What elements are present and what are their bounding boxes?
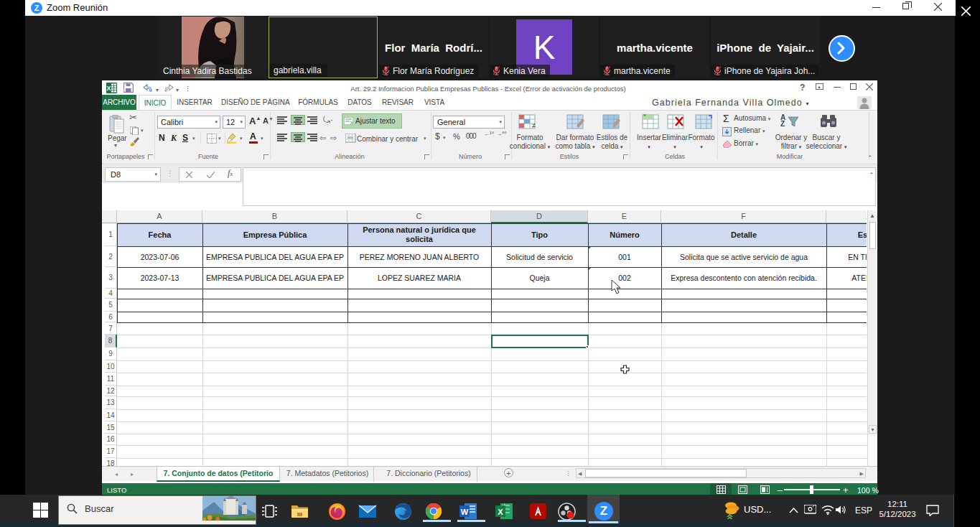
svg-text:X: X bbox=[106, 85, 111, 92]
svg-text:≠: ≠ bbox=[532, 122, 536, 129]
svg-text:X: X bbox=[498, 508, 503, 516]
svg-text:W: W bbox=[461, 508, 469, 516]
